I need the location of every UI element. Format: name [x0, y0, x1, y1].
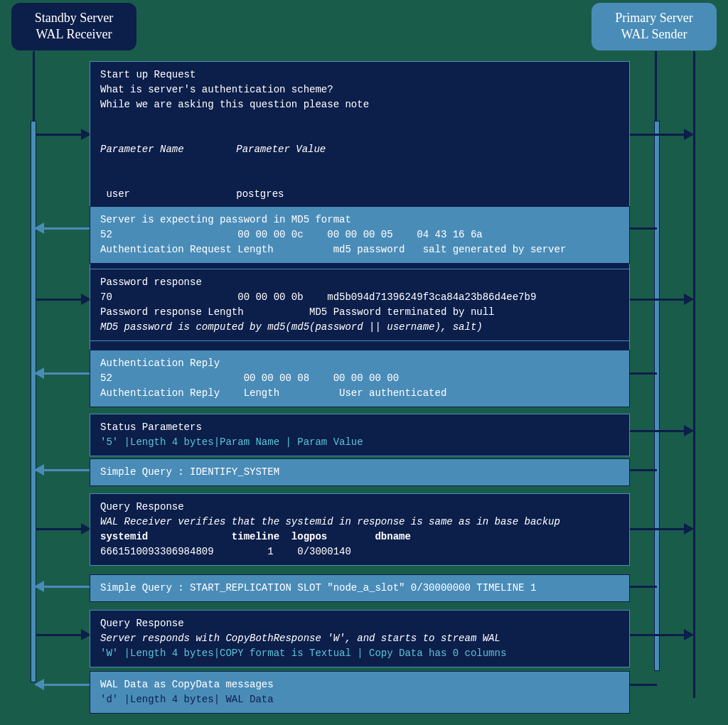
arrow-right-icon: [36, 528, 90, 530]
msg-line: Start up Request: [100, 68, 619, 82]
arrow-right-icon: [36, 634, 90, 636]
msg-auth-reply: Authentication Reply 52 00 00 00 08 00 0…: [90, 350, 630, 407]
msg-line: Query Response: [100, 500, 619, 515]
arrow-right-icon: [36, 299, 90, 301]
msg-line: 70 00 00 00 0b md5b094d71396249f3ca84a23…: [100, 290, 619, 305]
arrow-right-icon: [630, 430, 692, 432]
msg-line: Authentication Reply Length User authent…: [100, 386, 619, 401]
param-name-header: Parameter Name: [100, 142, 208, 157]
param-name: user: [100, 187, 208, 202]
msg-line: '5' |Length 4 bytes|Param Name | Param V…: [100, 435, 619, 450]
msg-line: Server responds with CopyBothResponse 'W…: [100, 631, 619, 646]
param-value: postgres: [236, 187, 594, 202]
msg-line: Simple Query : START_REPLICATION SLOT "n…: [100, 581, 619, 596]
header-line: WAL Receiver: [26, 26, 122, 43]
msg-line: Authentication Reply: [100, 356, 619, 371]
standby-server-header: Standby Server WAL Receiver: [11, 3, 136, 50]
msg-line: Query Response: [100, 616, 619, 631]
arrow-right-icon: [36, 134, 90, 136]
msg-line: Authentication Request Length md5 passwo…: [100, 242, 619, 257]
msg-line: WAL Data as CopyData messages: [100, 677, 619, 692]
msg-line: 52 00 00 00 0c 00 00 00 05 04 43 16 6a: [100, 227, 619, 242]
msg-line: What is server's authentication scheme?: [100, 82, 619, 97]
activation-right: [654, 121, 660, 671]
arrow-left-icon: [36, 684, 90, 686]
msg-start-replication: Simple Query : START_REPLICATION SLOT "n…: [90, 574, 630, 602]
msg-line: 52 00 00 00 08 00 00 00 00: [100, 371, 619, 386]
header-line: Standby Server: [26, 10, 122, 26]
arrow-line: [630, 227, 657, 230]
arrow-left-icon: [36, 469, 90, 471]
msg-line: systemid timeline logpos dbname: [100, 530, 619, 544]
arrow-line: [630, 586, 657, 588]
arrow-left-icon: [36, 227, 90, 230]
arrow-right-icon: [630, 299, 692, 301]
param-value-header: Parameter Value: [236, 142, 594, 157]
msg-wal-data: WAL Data as CopyData messages 'd' |Lengt…: [90, 671, 630, 714]
msg-line: While we are asking this question please…: [100, 97, 619, 112]
msg-line: Simple Query : IDENTIFY_SYSTEM: [100, 465, 619, 480]
arrow-line: [630, 372, 657, 375]
msg-query-response-2: Query Response Server responds with Copy…: [90, 610, 630, 667]
arrow-right-icon: [630, 634, 692, 636]
arrow-right-icon: [630, 134, 692, 136]
primary-server-header: Primary Server WAL Sender: [592, 3, 717, 50]
msg-status-params: Status Parameters '5' |Length 4 bytes|Pa…: [90, 414, 630, 456]
msg-query-response-1: Query Response WAL Receiver verifies tha…: [90, 493, 630, 566]
msg-line: Password response Length MD5 Password te…: [100, 305, 619, 320]
arrow-right-icon: [630, 528, 692, 530]
msg-md5-expect: Server is expecting password in MD5 form…: [90, 206, 630, 264]
arrow-left-icon: [36, 586, 90, 588]
msg-line: 'W' |Length 4 bytes|COPY format is Textu…: [100, 646, 619, 661]
header-line: Primary Server: [606, 10, 702, 26]
lifeline-right: [693, 51, 695, 698]
header-line: WAL Sender: [606, 26, 702, 43]
msg-line: WAL Receiver verifies that the systemid …: [100, 515, 619, 530]
arrow-left-icon: [36, 372, 90, 375]
msg-line: 6661510093306984809 1 0/3000140: [100, 544, 619, 559]
msg-line: 'd' |Length 4 bytes| WAL Data: [100, 692, 619, 707]
arrow-line: [630, 469, 657, 471]
activation-left: [31, 121, 36, 682]
msg-line: Server is expecting password in MD5 form…: [100, 213, 619, 227]
msg-identify-system: Simple Query : IDENTIFY_SYSTEM: [90, 458, 630, 486]
msg-password-response: Password response 70 00 00 00 0b md5b094…: [90, 269, 630, 341]
msg-line: Password response: [100, 275, 619, 290]
msg-line: MD5 password is computed by md5(md5(pass…: [100, 320, 619, 335]
msg-line: Status Parameters: [100, 420, 619, 435]
arrow-line: [630, 684, 657, 686]
